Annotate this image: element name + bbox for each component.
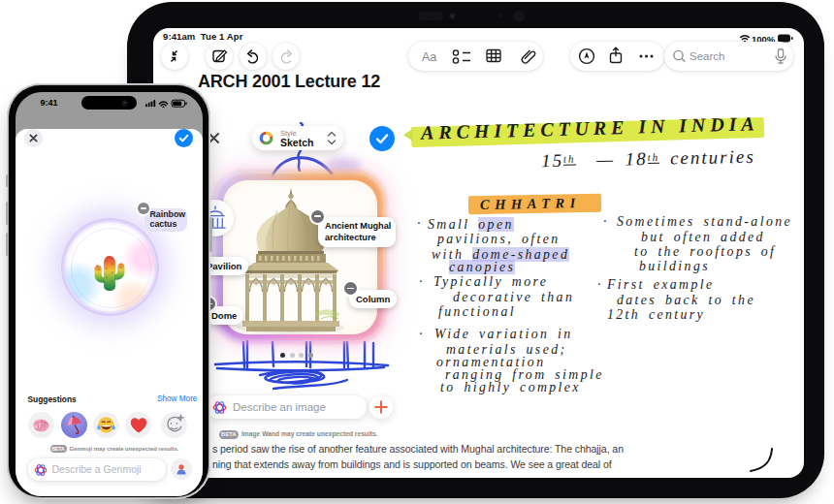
svg-text:Search: Search [690, 50, 724, 62]
svg-text:Aa: Aa [422, 50, 436, 64]
